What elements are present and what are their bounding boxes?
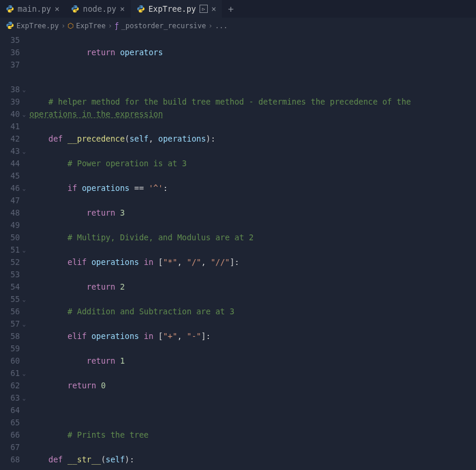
class-icon: ⬡ — [67, 22, 73, 30]
method-icon: ƒ — [114, 22, 119, 30]
run-icon[interactable]: ▷ — [200, 5, 208, 13]
breadcrumb-file[interactable]: ExpTree.py — [6, 21, 59, 31]
line-numbers: 3536373839404142434445464748495051525354… — [0, 34, 22, 470]
tab-label: main.py — [18, 4, 51, 14]
code-content[interactable]: return operators # helper method for the… — [29, 34, 476, 470]
tabs-bar: main.py × node.py × ExpTree.py ▷ × + — [0, 0, 476, 18]
python-icon — [137, 5, 145, 13]
breadcrumb-label: ExpTree.py — [16, 22, 59, 30]
python-icon — [71, 5, 79, 13]
close-icon[interactable]: × — [55, 4, 59, 14]
close-icon[interactable]: × — [211, 4, 216, 14]
breadcrumb-ellipsis[interactable]: ... — [215, 22, 228, 30]
tab-label: node.py — [83, 4, 116, 14]
tab-main-py[interactable]: main.py × — [0, 0, 65, 18]
python-icon — [6, 5, 14, 13]
tab-exptree-py[interactable]: ExpTree.py ▷ × — [131, 0, 222, 18]
code-editor[interactable]: 3536373839404142434445464748495051525354… — [0, 34, 476, 470]
chevron-right-icon: › — [108, 22, 112, 30]
tab-node-py[interactable]: node.py × — [65, 0, 130, 18]
breadcrumb-class[interactable]: ⬡ ExpTree — [67, 22, 106, 30]
breadcrumb-method[interactable]: ƒ _postorder_recursive — [114, 22, 206, 30]
breadcrumb-label: ExpTree — [76, 22, 106, 30]
breadcrumb-label: _postorder_recursive — [121, 22, 207, 30]
chevron-right-icon: › — [61, 22, 65, 30]
fold-column[interactable]: ⌄⌄⌄⌄⌄⌄⌄⌄⌄ — [22, 34, 29, 470]
python-icon — [6, 21, 14, 31]
tab-label: ExpTree.py — [148, 4, 196, 14]
close-icon[interactable]: × — [120, 4, 124, 14]
chevron-right-icon: › — [208, 22, 212, 30]
breadcrumbs: ExpTree.py › ⬡ ExpTree › ƒ _postorder_re… — [0, 18, 476, 34]
add-tab-button[interactable]: + — [222, 4, 239, 15]
